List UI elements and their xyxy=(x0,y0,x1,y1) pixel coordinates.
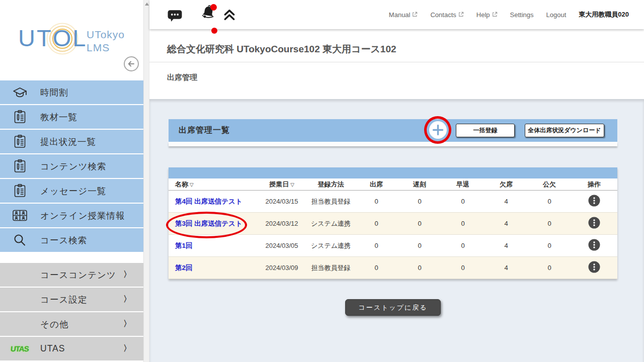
cell-name: 第3回 出席送信テスト xyxy=(169,219,257,228)
column-label: 欠席 xyxy=(500,180,513,188)
column-label: 名称 xyxy=(175,180,188,188)
attendance-session-link[interactable]: 第3回 出席送信テスト xyxy=(175,220,243,227)
attendance-session-link[interactable]: 第2回 xyxy=(175,264,193,272)
cell-registration-method: システム連携 xyxy=(307,241,355,250)
clipboard-icon xyxy=(10,159,29,173)
cell-count-1: 0 xyxy=(398,220,441,227)
page-title: 出席管理 xyxy=(167,73,197,82)
video-grid-icon xyxy=(10,209,29,222)
logo-text-o: O xyxy=(53,25,73,51)
search-icon xyxy=(10,233,29,247)
sidebar: UTOL UTokyo LMS 時間割教材一覧提出状況一覧コンテンツ検索メッセー… xyxy=(0,0,143,362)
messages-button[interactable] xyxy=(167,9,183,24)
scroll-up-icon[interactable] xyxy=(145,3,149,6)
collapse-topbar-button[interactable] xyxy=(223,9,236,22)
clipboard-icon xyxy=(10,184,29,198)
cell-count-3: 4 xyxy=(485,264,528,272)
back-to-course-top-button[interactable]: コーストップに戻る xyxy=(345,299,441,316)
logo-area: UTOL UTokyo LMS xyxy=(0,0,143,79)
logo-o-rings: O xyxy=(53,24,73,52)
sidebar-item-6[interactable]: コース検索 xyxy=(0,228,143,252)
cell-count-3: 4 xyxy=(485,242,528,249)
sidebar-group-label: コース設定 xyxy=(40,294,87,306)
sidebar-collapse-button[interactable] xyxy=(123,56,139,72)
sidebar-item-5[interactable]: オンライン授業情報 xyxy=(0,204,143,227)
cell-count-1: 0 xyxy=(398,198,441,205)
column-header-0[interactable]: 名称▽ xyxy=(169,180,257,189)
utol-logo: UTOL xyxy=(18,24,87,52)
section-title-bar: 出席管理 xyxy=(149,62,644,99)
arrow-left-circle-icon xyxy=(123,66,139,73)
sidebar-item-label: 時間割 xyxy=(40,86,68,99)
topbar-link-contacts[interactable]: Contacts xyxy=(430,11,463,19)
cell-class-date: 2024/03/15 xyxy=(257,198,307,205)
row-actions-button[interactable] xyxy=(588,217,600,230)
topbar-link-manual[interactable]: Manual xyxy=(389,11,418,19)
chevron-right-icon: 〉 xyxy=(123,343,131,354)
cell-count-4: 0 xyxy=(528,264,571,272)
row-actions-button[interactable] xyxy=(588,261,600,275)
topbar-link-label: Contacts xyxy=(430,11,456,19)
cell-class-date: 2024/03/12 xyxy=(257,220,307,227)
table-row: 第2回2024/03/09担当教員登録00040 xyxy=(169,257,617,279)
topbar-link-logout[interactable]: Logout xyxy=(546,11,567,19)
table-row: 第3回 出席送信テスト2024/03/12システム連携00040 xyxy=(169,213,617,235)
attendance-session-link[interactable]: 第1回 xyxy=(175,242,193,249)
course-title-bar: 総合文化研究科 UTokyoCourse102 東大用コース102 xyxy=(149,29,644,62)
sidebar-scrollbar[interactable] xyxy=(143,0,149,362)
sort-triangle-icon[interactable]: ▽ xyxy=(290,182,294,188)
sidebar-group-0[interactable]: コースコンテンツ〉 xyxy=(0,263,143,287)
sidebar-group-label: コースコンテンツ xyxy=(40,269,116,281)
sidebar-main-menu: 時間割教材一覧提出状況一覧コンテンツ検索メッセージ一覧オンライン授業情報コース検… xyxy=(0,80,143,253)
bulk-register-button[interactable]: 一括登録 xyxy=(456,124,515,137)
cell-count-4: 0 xyxy=(528,242,571,249)
sidebar-item-2[interactable]: 提出状況一覧 xyxy=(0,130,143,153)
topbar-link-label: Settings xyxy=(510,11,534,19)
sidebar-item-3[interactable]: コンテンツ検索 xyxy=(0,154,143,178)
sidebar-item-4[interactable]: メッセージ一覧 xyxy=(0,179,143,203)
row-actions-button[interactable] xyxy=(588,239,600,252)
panel-bottom-strip xyxy=(169,142,617,146)
add-attendance-button[interactable] xyxy=(429,121,447,139)
topbar: ManualContactsHelpSettingsLogout 東大用教職員0… xyxy=(149,0,644,29)
topbar-link-help[interactable]: Help xyxy=(476,11,498,19)
sidebar-item-0[interactable]: 時間割 xyxy=(0,80,143,104)
sidebar-group-2[interactable]: その他〉 xyxy=(0,312,143,336)
attendance-session-link[interactable]: 第4回 出席送信テスト xyxy=(175,198,243,205)
username-label: 東大用教職員020 xyxy=(579,10,629,19)
cell-count-0: 0 xyxy=(355,242,398,249)
cell-class-date: 2024/03/09 xyxy=(257,264,307,272)
plus-circle-icon xyxy=(429,133,447,141)
topbar-link-label: Manual xyxy=(389,11,411,19)
topbar-link-settings[interactable]: Settings xyxy=(510,11,534,19)
cell-count-0: 0 xyxy=(355,264,398,272)
sidebar-group-label: その他 xyxy=(40,318,68,330)
table-row: 第4回 出席送信テスト2024/03/15担当教員登録00040 xyxy=(169,191,617,213)
sidebar-group-1[interactable]: コース設定〉 xyxy=(0,288,143,311)
sidebar-group-3[interactable]: UTASUTAS〉 xyxy=(0,337,143,360)
sort-triangle-icon[interactable]: ▽ xyxy=(190,182,194,188)
download-all-attendance-button[interactable]: 全体出席状況ダウンロード xyxy=(525,124,604,137)
logo-subtitle: UTokyo LMS xyxy=(87,28,125,54)
column-header-1[interactable]: 授業日▽ xyxy=(257,180,307,189)
sidebar-item-label: メッセージ一覧 xyxy=(40,185,106,197)
sidebar-item-1[interactable]: 教材一覧 xyxy=(0,105,143,129)
dots-vertical-icon xyxy=(588,261,600,275)
cell-registration-method: 担当教員登録 xyxy=(307,263,355,273)
cell-count-4: 0 xyxy=(528,198,571,205)
cell-registration-method: システム連携 xyxy=(307,219,355,228)
cell-count-0: 0 xyxy=(355,220,398,227)
sidebar-item-label: コンテンツ検索 xyxy=(40,160,107,172)
chevron-double-up-icon xyxy=(223,15,236,22)
column-label: 授業日 xyxy=(269,180,289,188)
cell-registration-method: 担当教員登録 xyxy=(307,197,355,206)
panel-title: 出席管理一覧 xyxy=(179,125,230,136)
cell-name: 第1回 xyxy=(169,241,257,250)
external-link-icon xyxy=(458,11,464,19)
row-actions-button[interactable] xyxy=(588,195,600,208)
chevron-right-icon: 〉 xyxy=(123,319,131,329)
column-header-3: 出席 xyxy=(355,180,398,189)
logo-subtitle-utokyo: UTokyo xyxy=(87,28,125,41)
column-label: 操作 xyxy=(588,180,601,188)
column-header-2: 登録方法 xyxy=(307,180,355,189)
